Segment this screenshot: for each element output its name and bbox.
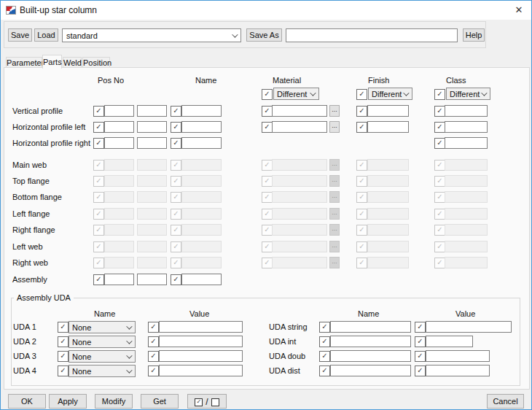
- uda-left-value-header: Value: [189, 309, 209, 318]
- horizontal-profile-right-pos-prefix-field[interactable]: [104, 137, 134, 149]
- bottom-flange-name-checkbox: ✓: [171, 192, 181, 203]
- get-button[interactable]: Get: [141, 394, 179, 409]
- left-flange-pos-prefix-field: [104, 208, 134, 220]
- finish-different-checkbox[interactable]: ✓: [356, 89, 367, 100]
- right-web-material-field: [272, 257, 327, 268]
- horizontal-profile-right-pos-no-field[interactable]: [137, 137, 167, 149]
- apply-button[interactable]: Apply: [49, 394, 87, 409]
- horizontal-profile-left-pos-checkbox[interactable]: ✓: [93, 122, 104, 133]
- top-flange-material-browse-button: ...: [329, 175, 340, 187]
- main-web-material-browse-button: ...: [329, 159, 340, 171]
- horizontal-profile-left-material-checkbox[interactable]: ✓: [262, 122, 273, 133]
- right-flange-name-field: [181, 224, 222, 236]
- app-icon: [6, 5, 16, 15]
- help-button[interactable]: Help: [463, 28, 485, 42]
- row-label-assembly: Assembly: [12, 275, 47, 284]
- vertical-profile-pos-no-field[interactable]: [137, 105, 167, 117]
- right-flange-finish-checkbox: ✓: [356, 225, 367, 236]
- save-button[interactable]: Save: [8, 28, 32, 42]
- settings-combo[interactable]: standard: [62, 28, 241, 42]
- left-web-material-field: [272, 241, 327, 252]
- material-different-dropdown[interactable]: Different: [273, 88, 319, 100]
- vertical-profile-finish-checkbox[interactable]: ✓: [356, 106, 367, 117]
- assembly-pos-no-field[interactable]: [137, 274, 167, 285]
- left-web-finish-checkbox: ✓: [356, 241, 367, 252]
- top-flange-name-checkbox: ✓: [171, 176, 181, 187]
- tab-position[interactable]: Position: [82, 57, 110, 67]
- right-flange-finish-field: [367, 224, 409, 236]
- horizontal-profile-right-class-checkbox[interactable]: ✓: [434, 138, 445, 149]
- horizontal-profile-left-name-checkbox[interactable]: ✓: [171, 122, 181, 133]
- horizontal-profile-left-pos-prefix-field[interactable]: [104, 121, 134, 133]
- uda-right-value-header: Value: [455, 309, 475, 318]
- right-flange-material-checkbox: ✓: [262, 225, 273, 236]
- vertical-profile-finish-field[interactable]: [367, 105, 409, 117]
- close-icon[interactable]: ✕: [512, 4, 525, 17]
- row-label-horizontal-profile-right: Horizontal profile right: [12, 139, 90, 147]
- save-as-input[interactable]: [286, 28, 458, 42]
- assembly-name-field[interactable]: [181, 274, 222, 285]
- horizontal-profile-left-class-field[interactable]: [445, 121, 488, 133]
- horizontal-profile-left-name-field[interactable]: [181, 121, 222, 133]
- title-bar: Built-up star column ✕: [1, 1, 531, 20]
- vertical-profile-class-checkbox[interactable]: ✓: [434, 106, 445, 117]
- tab-parts[interactable]: Parts: [42, 55, 62, 69]
- row-label-horizontal-profile-left: Horizontal profile left: [12, 123, 85, 131]
- vertical-profile-material-field[interactable]: [272, 105, 327, 117]
- row-label-left-flange: Left flange: [12, 209, 50, 218]
- dialog-window: Built-up star column ✕ Save Load standar…: [0, 0, 532, 410]
- modify-button[interactable]: Modify: [95, 394, 133, 409]
- load-button[interactable]: Load: [34, 28, 58, 42]
- left-flange-name-checkbox: ✓: [171, 209, 181, 220]
- save-as-button[interactable]: Save As: [246, 28, 282, 42]
- vertical-profile-name-checkbox[interactable]: ✓: [171, 106, 181, 117]
- vertical-profile-pos-prefix-field[interactable]: [104, 105, 134, 117]
- vertical-profile-pos-checkbox[interactable]: ✓: [93, 106, 104, 117]
- cancel-button[interactable]: Cancel: [487, 394, 524, 409]
- right-flange-pos-no-field: [137, 224, 167, 236]
- horizontal-profile-right-pos-checkbox[interactable]: ✓: [93, 138, 104, 149]
- main-web-finish-checkbox: ✓: [356, 160, 367, 171]
- right-web-finish-field: [367, 257, 409, 268]
- right-web-material-checkbox: ✓: [262, 258, 273, 268]
- right-flange-pos-prefix-field: [104, 224, 134, 236]
- assembly-pos-prefix-field[interactable]: [104, 274, 134, 285]
- left-web-pos-prefix-field: [104, 241, 134, 252]
- window-title: Built-up star column: [20, 5, 97, 15]
- horizontal-profile-left-finish-checkbox[interactable]: ✓: [356, 122, 367, 133]
- material-different-checkbox[interactable]: ✓: [262, 89, 273, 100]
- vertical-profile-class-field[interactable]: [445, 105, 488, 117]
- toggle-all-checkboxes-button[interactable]: ✓/: [187, 394, 227, 409]
- horizontal-profile-right-name-field[interactable]: [181, 137, 222, 149]
- column-header-material: Material: [273, 76, 301, 85]
- finish-different-dropdown[interactable]: Different: [368, 88, 412, 100]
- horizontal-profile-left-finish-field[interactable]: [367, 121, 409, 133]
- main-web-finish-field: [367, 159, 409, 171]
- horizontal-profile-left-material-field[interactable]: [272, 121, 327, 133]
- tab-weld[interactable]: Weld: [63, 57, 82, 67]
- horizontal-profile-left-material-browse-button[interactable]: ...: [329, 121, 340, 133]
- main-web-name-field: [181, 159, 222, 171]
- horizontal-profile-right-name-checkbox[interactable]: ✓: [171, 138, 181, 149]
- bottom-flange-material-checkbox: ✓: [262, 192, 273, 203]
- main-web-name-checkbox: ✓: [171, 160, 181, 171]
- horizontal-profile-right-class-field[interactable]: [445, 137, 488, 149]
- vertical-profile-name-field[interactable]: [181, 105, 222, 117]
- assembly-name-checkbox[interactable]: ✓: [171, 274, 181, 285]
- tab-parameters[interactable]: Parameters: [6, 57, 42, 67]
- class-different-checkbox[interactable]: ✓: [434, 89, 445, 100]
- row-label-vertical-profile: Vertical profile: [12, 107, 63, 115]
- bottom-flange-class-checkbox: ✓: [434, 192, 445, 203]
- left-web-material-browse-button: ...: [329, 241, 340, 252]
- left-web-material-checkbox: ✓: [262, 241, 273, 252]
- horizontal-profile-left-class-checkbox[interactable]: ✓: [434, 122, 445, 133]
- main-web-pos-prefix-field: [104, 159, 134, 171]
- horizontal-profile-left-pos-no-field[interactable]: [137, 121, 167, 133]
- vertical-profile-material-browse-button[interactable]: ...: [329, 105, 340, 117]
- left-web-class-field: [445, 241, 488, 252]
- assembly-pos-checkbox[interactable]: ✓: [93, 274, 104, 285]
- main-web-pos-no-field: [137, 159, 167, 171]
- vertical-profile-material-checkbox[interactable]: ✓: [262, 106, 273, 117]
- class-different-dropdown[interactable]: Different: [446, 88, 490, 100]
- ok-button[interactable]: OK: [8, 394, 46, 409]
